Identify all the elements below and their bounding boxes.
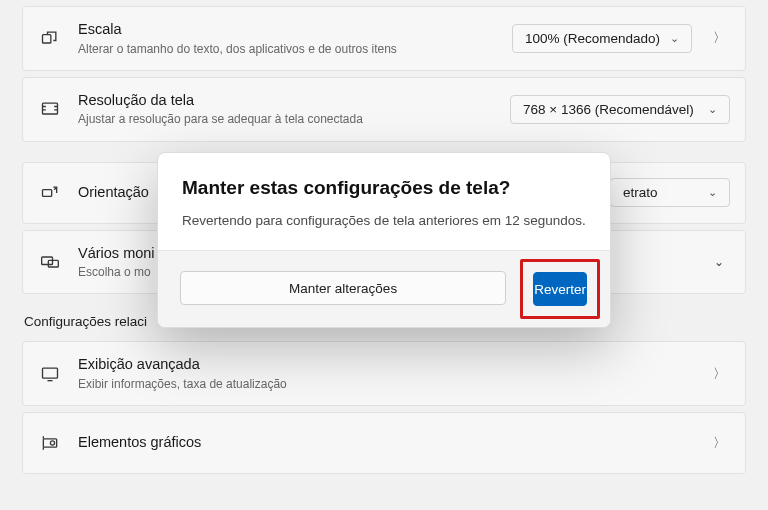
keep-settings-dialog: Manter estas configurações de tela? Reve…: [157, 152, 611, 328]
dialog-text: Revertendo para configurações de tela an…: [182, 213, 586, 228]
highlight-frame: Reverter: [520, 259, 600, 319]
revert-button[interactable]: Reverter: [533, 272, 587, 306]
dialog-title: Manter estas configurações de tela?: [182, 177, 586, 199]
dialog-overlay: Manter estas configurações de tela? Reve…: [0, 0, 768, 510]
keep-changes-button[interactable]: Manter alterações: [180, 271, 506, 305]
